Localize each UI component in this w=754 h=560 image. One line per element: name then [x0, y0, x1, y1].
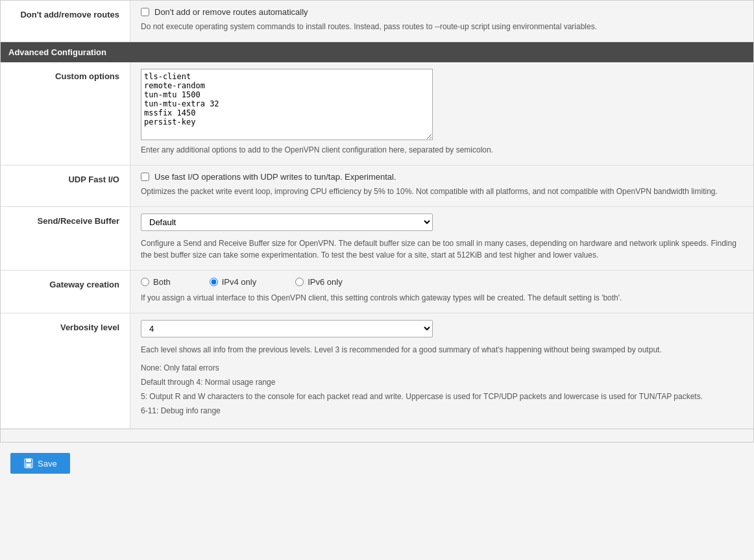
udp-fast-io-checkbox[interactable]	[141, 173, 149, 181]
verbosity-none: None: Only fatal errors	[141, 362, 743, 374]
gateway-creation-description: If you assign a virtual interface to thi…	[141, 292, 743, 304]
dont-add-remove-routes-checkbox-label: Don't add or remove routes automatically	[154, 7, 308, 17]
verbosity-level-select[interactable]: 01234567891011	[141, 320, 433, 337]
save-button-label: Save	[38, 459, 57, 469]
save-button[interactable]: Save	[10, 453, 70, 474]
gateway-ipv4-label: IPv4 only	[222, 277, 256, 287]
send-receive-buffer-description: Configure a Send and Receive Buffer size…	[141, 237, 743, 261]
send-receive-buffer-select[interactable]: Default64KiB128KiB256KiB512KiB1MiB2MiB	[141, 213, 433, 231]
verbosity-default: Default through 4: Normal usage range	[141, 376, 743, 388]
gateway-both-label: Both	[153, 277, 171, 287]
custom-options-description: Enter any additional options to add to t…	[141, 144, 743, 156]
send-receive-buffer-value-cell: Default64KiB128KiB256KiB512KiB1MiB2MiB C…	[130, 207, 753, 270]
udp-fast-io-checkbox-label: Use fast I/O operations with UDP writes …	[154, 172, 396, 182]
verbosity-info: None: Only fatal errors Default through …	[141, 362, 743, 417]
udp-fast-io-label: UDP Fast I/O	[1, 165, 130, 206]
verbosity-level-value-cell: 01234567891011 Each level shows all info…	[130, 313, 753, 428]
save-icon	[23, 458, 34, 469]
bottom-bar: Save	[0, 443, 754, 484]
gateway-ipv6-item: IPv6 only	[295, 277, 342, 287]
dont-add-remove-routes-value: Don't add or remove routes automatically…	[130, 1, 753, 42]
gateway-creation-radio-group: Both IPv4 only IPv6 only	[141, 277, 743, 287]
custom-options-textarea[interactable]: tls-client remote-random tun-mtu 1500 tu…	[141, 69, 433, 140]
dont-add-remove-routes-description: Do not execute operating system commands…	[141, 21, 743, 32]
svg-rect-1	[26, 459, 31, 462]
advanced-config-header: Advanced Configuration	[1, 42, 753, 62]
custom-options-label: Custom options	[1, 62, 130, 165]
verbosity-level-label: Verbosity level	[1, 313, 130, 428]
spacer-row	[1, 429, 753, 442]
verbosity-debug: 6-11: Debug info range	[141, 405, 743, 417]
udp-fast-io-value-cell: Use fast I/O operations with UDP writes …	[130, 165, 753, 206]
gateway-ipv6-label: IPv6 only	[308, 277, 342, 287]
send-receive-buffer-label: Send/Receive Buffer	[1, 207, 130, 270]
gateway-ipv6-radio[interactable]	[295, 278, 304, 286]
gateway-creation-label: Gateway creation	[1, 271, 130, 313]
gateway-ipv4-item: IPv4 only	[210, 277, 256, 287]
dont-add-remove-routes-checkbox[interactable]	[141, 8, 149, 16]
dont-add-remove-routes-label: Don't add/remove routes	[1, 1, 130, 42]
gateway-both-radio[interactable]	[141, 278, 149, 286]
verbosity-level-description: Each level shows all info from the previ…	[141, 344, 743, 356]
udp-fast-io-description: Optimizes the packet write event loop, i…	[141, 186, 743, 197]
custom-options-value-cell: tls-client remote-random tun-mtu 1500 tu…	[130, 62, 753, 165]
gateway-both-item: Both	[141, 277, 171, 287]
gateway-creation-value-cell: Both IPv4 only IPv6 only If you assign a…	[130, 271, 753, 313]
verbosity-five: 5: Output R and W characters to the cons…	[141, 391, 743, 402]
gateway-ipv4-radio[interactable]	[210, 278, 218, 286]
svg-rect-3	[27, 464, 30, 467]
